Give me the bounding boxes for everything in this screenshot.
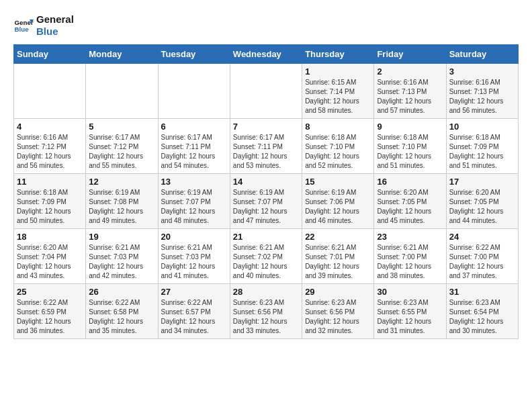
calendar-cell: 15Sunrise: 6:19 AM Sunset: 7:06 PM Dayli…: [302, 174, 374, 229]
day-info: Sunrise: 6:23 AM Sunset: 6:55 PM Dayligh…: [377, 298, 443, 336]
day-info: Sunrise: 6:22 AM Sunset: 7:00 PM Dayligh…: [449, 243, 515, 281]
day-number: 8: [305, 122, 371, 132]
weekday-header-sunday: Sunday: [14, 45, 86, 64]
calendar-cell: [158, 64, 230, 119]
calendar-cell: 30Sunrise: 6:23 AM Sunset: 6:55 PM Dayli…: [374, 284, 446, 339]
day-info: Sunrise: 6:20 AM Sunset: 7:05 PM Dayligh…: [377, 188, 443, 226]
calendar-cell: 6Sunrise: 6:17 AM Sunset: 7:11 PM Daylig…: [158, 119, 230, 174]
calendar-week-4: 18Sunrise: 6:20 AM Sunset: 7:04 PM Dayli…: [14, 229, 519, 284]
day-number: 27: [161, 287, 227, 297]
day-number: 6: [161, 122, 227, 132]
day-info: Sunrise: 6:21 AM Sunset: 7:00 PM Dayligh…: [377, 243, 443, 281]
day-info: Sunrise: 6:17 AM Sunset: 7:11 PM Dayligh…: [233, 133, 299, 171]
weekday-header-saturday: Saturday: [446, 45, 518, 64]
day-number: 11: [17, 177, 83, 187]
day-number: 21: [233, 232, 299, 242]
day-info: Sunrise: 6:23 AM Sunset: 6:54 PM Dayligh…: [449, 298, 515, 336]
day-number: 30: [377, 287, 443, 297]
day-number: 20: [161, 232, 227, 242]
day-number: 19: [89, 232, 154, 242]
logo-general: General: [36, 13, 74, 26]
calendar-cell: 8Sunrise: 6:18 AM Sunset: 7:10 PM Daylig…: [302, 119, 374, 174]
day-info: Sunrise: 6:16 AM Sunset: 7:12 PM Dayligh…: [17, 133, 83, 171]
day-number: 1: [305, 66, 371, 77]
day-number: 31: [449, 287, 515, 297]
logo: General Blue General Blue: [13, 13, 74, 38]
day-info: Sunrise: 6:21 AM Sunset: 7:03 PM Dayligh…: [89, 243, 154, 281]
calendar-cell: 25Sunrise: 6:22 AM Sunset: 6:59 PM Dayli…: [14, 284, 86, 339]
calendar-week-5: 25Sunrise: 6:22 AM Sunset: 6:59 PM Dayli…: [14, 284, 519, 339]
day-info: Sunrise: 6:23 AM Sunset: 6:56 PM Dayligh…: [305, 298, 371, 336]
calendar-body: 1Sunrise: 6:15 AM Sunset: 7:14 PM Daylig…: [14, 64, 519, 339]
day-info: Sunrise: 6:20 AM Sunset: 7:04 PM Dayligh…: [17, 243, 83, 281]
day-info: Sunrise: 6:19 AM Sunset: 7:06 PM Dayligh…: [305, 188, 371, 226]
day-number: 13: [161, 177, 227, 187]
calendar-cell: 23Sunrise: 6:21 AM Sunset: 7:00 PM Dayli…: [374, 229, 446, 284]
day-info: Sunrise: 6:16 AM Sunset: 7:13 PM Dayligh…: [449, 78, 515, 116]
day-info: Sunrise: 6:22 AM Sunset: 6:59 PM Dayligh…: [17, 298, 83, 336]
calendar-cell: 17Sunrise: 6:20 AM Sunset: 7:05 PM Dayli…: [446, 174, 518, 229]
day-number: 14: [233, 177, 299, 187]
day-number: 2: [377, 66, 443, 77]
logo-icon: General Blue: [13, 15, 34, 36]
day-info: Sunrise: 6:21 AM Sunset: 7:02 PM Dayligh…: [233, 243, 299, 281]
calendar-cell: 22Sunrise: 6:21 AM Sunset: 7:01 PM Dayli…: [302, 229, 374, 284]
day-info: Sunrise: 6:18 AM Sunset: 7:10 PM Dayligh…: [377, 133, 443, 171]
calendar-cell: [86, 64, 158, 119]
calendar-cell: 2Sunrise: 6:16 AM Sunset: 7:13 PM Daylig…: [374, 64, 446, 119]
svg-text:Blue: Blue: [15, 26, 30, 33]
day-info: Sunrise: 6:15 AM Sunset: 7:14 PM Dayligh…: [305, 78, 371, 116]
day-info: Sunrise: 6:19 AM Sunset: 7:07 PM Dayligh…: [233, 188, 299, 226]
page-header: General Blue General Blue: [13, 13, 519, 38]
day-number: 16: [377, 177, 443, 187]
day-info: Sunrise: 6:17 AM Sunset: 7:12 PM Dayligh…: [89, 133, 154, 171]
day-info: Sunrise: 6:21 AM Sunset: 7:03 PM Dayligh…: [161, 243, 227, 281]
day-number: 24: [449, 232, 515, 242]
day-number: 12: [89, 177, 154, 187]
logo-blue: Blue: [36, 26, 74, 38]
day-number: 7: [233, 122, 299, 132]
day-number: 17: [449, 177, 515, 187]
calendar-cell: 20Sunrise: 6:21 AM Sunset: 7:03 PM Dayli…: [158, 229, 230, 284]
calendar-table: SundayMondayTuesdayWednesdayThursdayFrid…: [13, 44, 519, 339]
day-number: 3: [449, 66, 515, 77]
day-number: 23: [377, 232, 443, 242]
day-number: 25: [17, 287, 83, 297]
day-info: Sunrise: 6:18 AM Sunset: 7:09 PM Dayligh…: [449, 133, 515, 171]
day-number: 29: [305, 287, 371, 297]
calendar-cell: 19Sunrise: 6:21 AM Sunset: 7:03 PM Dayli…: [86, 229, 158, 284]
day-number: 9: [377, 122, 443, 132]
calendar-cell: 28Sunrise: 6:23 AM Sunset: 6:56 PM Dayli…: [230, 284, 302, 339]
day-info: Sunrise: 6:21 AM Sunset: 7:01 PM Dayligh…: [305, 243, 371, 281]
calendar-cell: 4Sunrise: 6:16 AM Sunset: 7:12 PM Daylig…: [14, 119, 86, 174]
calendar-cell: 31Sunrise: 6:23 AM Sunset: 6:54 PM Dayli…: [446, 284, 518, 339]
calendar-cell: 14Sunrise: 6:19 AM Sunset: 7:07 PM Dayli…: [230, 174, 302, 229]
weekday-header-thursday: Thursday: [302, 45, 374, 64]
calendar-cell: 10Sunrise: 6:18 AM Sunset: 7:09 PM Dayli…: [446, 119, 518, 174]
calendar-cell: [14, 64, 86, 119]
weekday-header-monday: Monday: [86, 45, 158, 64]
day-info: Sunrise: 6:17 AM Sunset: 7:11 PM Dayligh…: [161, 133, 227, 171]
day-info: Sunrise: 6:18 AM Sunset: 7:10 PM Dayligh…: [305, 133, 371, 171]
calendar-cell: 21Sunrise: 6:21 AM Sunset: 7:02 PM Dayli…: [230, 229, 302, 284]
day-number: 18: [17, 232, 83, 242]
day-info: Sunrise: 6:20 AM Sunset: 7:05 PM Dayligh…: [449, 188, 515, 226]
calendar-cell: 1Sunrise: 6:15 AM Sunset: 7:14 PM Daylig…: [302, 64, 374, 119]
day-info: Sunrise: 6:22 AM Sunset: 6:58 PM Dayligh…: [89, 298, 154, 336]
calendar-cell: [230, 64, 302, 119]
calendar-cell: 9Sunrise: 6:18 AM Sunset: 7:10 PM Daylig…: [374, 119, 446, 174]
weekday-header-tuesday: Tuesday: [158, 45, 230, 64]
calendar-cell: 5Sunrise: 6:17 AM Sunset: 7:12 PM Daylig…: [86, 119, 158, 174]
weekday-header-row: SundayMondayTuesdayWednesdayThursdayFrid…: [14, 45, 519, 64]
weekday-header-friday: Friday: [374, 45, 446, 64]
day-info: Sunrise: 6:23 AM Sunset: 6:56 PM Dayligh…: [233, 298, 299, 336]
calendar-cell: 3Sunrise: 6:16 AM Sunset: 7:13 PM Daylig…: [446, 64, 518, 119]
calendar-cell: 7Sunrise: 6:17 AM Sunset: 7:11 PM Daylig…: [230, 119, 302, 174]
day-info: Sunrise: 6:22 AM Sunset: 6:57 PM Dayligh…: [161, 298, 227, 336]
day-number: 22: [305, 232, 371, 242]
day-number: 4: [17, 122, 83, 132]
calendar-cell: 29Sunrise: 6:23 AM Sunset: 6:56 PM Dayli…: [302, 284, 374, 339]
calendar-cell: 24Sunrise: 6:22 AM Sunset: 7:00 PM Dayli…: [446, 229, 518, 284]
day-number: 26: [89, 287, 154, 297]
calendar-cell: 12Sunrise: 6:19 AM Sunset: 7:08 PM Dayli…: [86, 174, 158, 229]
